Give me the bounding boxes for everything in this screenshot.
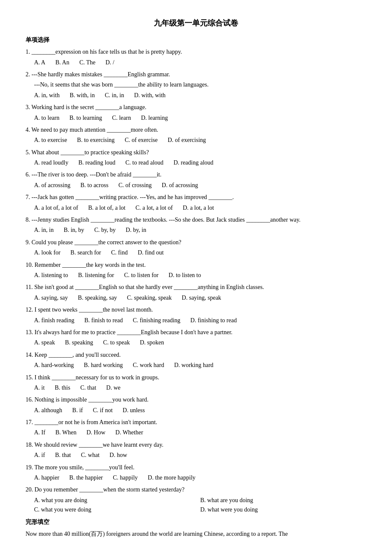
question-8: 8. ---Jenny studies English ________read… xyxy=(26,215,366,225)
q10-opt-d: D. to listen to xyxy=(169,271,201,280)
question-9: 9. Could you please ________the correct … xyxy=(26,238,366,247)
q7-options: A. a lot of, a lot of B. a lot of, a lot… xyxy=(34,203,366,213)
q20-opt-b: B. what are you doing xyxy=(200,496,366,505)
q19-opt-a: A. happier xyxy=(34,473,59,483)
question-18: 18. We should review ________we have lea… xyxy=(26,440,366,450)
q9-options: A. look for B. search for C. find D. fin… xyxy=(34,248,366,257)
q16-opt-d: D. unless xyxy=(123,406,145,415)
q6-opt-a: A. of acrossing xyxy=(34,181,70,190)
q10-text: 10. Remember ________the key words in th… xyxy=(26,262,146,268)
q19-options: A. happier B. the happier C. happily D. … xyxy=(34,473,366,483)
q13-opt-a: A. speak xyxy=(34,338,55,347)
q8-options: A. in, in B. in, by C. by, by D. by, in xyxy=(34,225,366,235)
q2-line2: ---No, it seems that she was born ______… xyxy=(34,81,208,88)
question-15: 15. I think ________necessary for us to … xyxy=(26,373,366,382)
cloze-intro: Now more than 40 million(百万) foreigners … xyxy=(26,529,366,539)
q13-options: A. speak B. speaking C. to speak D. spok… xyxy=(34,338,366,347)
q3-opt-b: B. to learning xyxy=(69,113,102,123)
question-6: 6. ---The river is too deep. ---Don't be… xyxy=(26,170,366,179)
q14-opt-c: C. work hard xyxy=(133,361,164,370)
question-19: 19. The more you smile, ________you'll f… xyxy=(26,463,366,472)
q11-text: 11. She isn't good at ________English so… xyxy=(26,284,264,290)
q9-opt-c: C. find xyxy=(111,248,128,257)
question-1: 1. ________expression on his face tells … xyxy=(26,47,366,57)
q4-opt-a: A. to exercise xyxy=(34,136,67,145)
q17-opt-a: A. If xyxy=(34,428,45,437)
question-12: 12. I spent two weeks ________the novel … xyxy=(26,305,366,315)
q10-opt-c: C. to listen for xyxy=(124,271,159,280)
q19-opt-b: B. the happier xyxy=(69,473,103,483)
q13-opt-d: D. spoken xyxy=(140,338,164,347)
q19-opt-d: D. the more happily xyxy=(148,473,196,483)
q6-opt-c: C. of crossing xyxy=(118,181,152,190)
q5-opt-c: C. to read aloud xyxy=(125,158,163,168)
q19-text: 19. The more you smile, ________you'll f… xyxy=(26,464,134,471)
q11-opt-b: B. speaking, say xyxy=(78,293,117,303)
page-title: 九年级第一单元综合试卷 xyxy=(26,17,366,29)
question-11: 11. She isn't good at ________English so… xyxy=(26,283,366,292)
q3-opt-c: C. learn xyxy=(112,113,131,123)
section2-title: 完形填空 xyxy=(26,517,366,527)
question-16: 16. Nothing is impossible ________you wo… xyxy=(26,395,366,405)
q14-text: 14. Keep ________, and you'll succeed. xyxy=(26,352,121,358)
question-13: 13. It's always hard for me to practice … xyxy=(26,328,366,337)
q18-opt-d: D. how xyxy=(110,451,127,460)
q16-options: A. although B. if C. if not D. unless xyxy=(34,406,366,415)
q15-opt-b: B. this xyxy=(55,383,70,393)
q9-opt-b: B. search for xyxy=(70,248,101,257)
q10-opt-a: A. listening to xyxy=(34,271,68,280)
question-5: 5. What about ________to practice speaki… xyxy=(26,148,366,157)
q1-opt-b: B. An xyxy=(55,58,69,67)
q15-opt-a: A. it xyxy=(34,383,45,393)
q6-opt-d: D. of acrossing xyxy=(162,181,198,190)
q14-opt-a: A. hard-working xyxy=(34,361,74,370)
q4-options: A. to exercise B. to exercising C. of ex… xyxy=(34,136,366,145)
question-7: 7. ---Jack has gotten ________writing pr… xyxy=(26,193,366,202)
q7-opt-c: C. a lot, a lot of xyxy=(135,203,173,213)
question-3: 3. Working hard is the secret ________a … xyxy=(26,103,366,112)
q8-text: 8. ---Jenny studies English ________read… xyxy=(26,217,300,223)
q11-opt-a: A. saying, say xyxy=(34,293,68,303)
q7-text: 7. ---Jack has gotten ________writing pr… xyxy=(26,194,234,200)
question-4: 4. We need to pay much attention _______… xyxy=(26,125,366,135)
q2-opt-b: B. with, in xyxy=(69,91,95,100)
q8-opt-a: A. in, in xyxy=(34,225,54,235)
q16-opt-c: C. if not xyxy=(93,406,112,415)
q20-opt-c: C. what you were doing xyxy=(34,505,200,515)
q14-options: A. hard-working B. hard working C. work … xyxy=(34,361,366,370)
q5-opt-d: D. reading aloud xyxy=(173,158,213,168)
q4-text: 4. We need to pay much attention _______… xyxy=(26,127,158,133)
q2-opt-a: A. in, with xyxy=(34,91,60,100)
q11-options: A. saying, say B. speaking, say C. speak… xyxy=(34,293,366,303)
q11-opt-c: C. speaking, speak xyxy=(127,293,172,303)
questions-container: 1. ________expression on his face tells … xyxy=(26,47,366,515)
question-17: 17. ________or not he is from America is… xyxy=(26,418,366,427)
q20-options: A. what you are doing B. what are you do… xyxy=(34,496,366,515)
q15-options: A. it B. this C. that D. we xyxy=(34,383,366,393)
q14-opt-b: B. hard working xyxy=(84,361,123,370)
q6-text: 6. ---The river is too deep. ---Don't be… xyxy=(26,171,161,178)
q18-text: 18. We should review ________we have lea… xyxy=(26,442,164,448)
q14-opt-d: D. working hard xyxy=(174,361,213,370)
q9-opt-d: D. find out xyxy=(138,248,164,257)
q3-opt-d: D. learning xyxy=(141,113,168,123)
q5-opt-b: B. reading loud xyxy=(78,158,115,168)
q5-opt-a: A. read loudly xyxy=(34,158,68,168)
q8-opt-d: D. by, in xyxy=(126,225,146,235)
q3-text: 3. Working hard is the secret ________a … xyxy=(26,104,147,110)
q13-opt-c: C. to speak xyxy=(103,338,130,347)
q12-options: A. finish reading B. finish to read C. f… xyxy=(34,316,366,325)
q4-opt-c: C. of exercise xyxy=(125,136,158,145)
q16-text: 16. Nothing is impossible ________you wo… xyxy=(26,396,149,403)
question-20: 20. Do you remember ________when the sto… xyxy=(26,485,366,494)
q12-opt-a: A. finish reading xyxy=(34,316,74,325)
q6-opt-b: B. to across xyxy=(81,181,109,190)
q7-opt-a: A. a lot of, a lot of xyxy=(34,203,78,213)
q17-opt-c: D. How xyxy=(86,428,105,437)
q11-opt-d: D. saying, speak xyxy=(182,293,222,303)
q3-options: A. to learn B. to learning C. learn D. l… xyxy=(34,113,366,123)
q10-opt-b: B. listening for xyxy=(78,271,114,280)
q16-opt-b: B. if xyxy=(72,406,83,415)
question-10: 10. Remember ________the key words in th… xyxy=(26,260,366,270)
q8-opt-c: C. by, by xyxy=(94,225,115,235)
